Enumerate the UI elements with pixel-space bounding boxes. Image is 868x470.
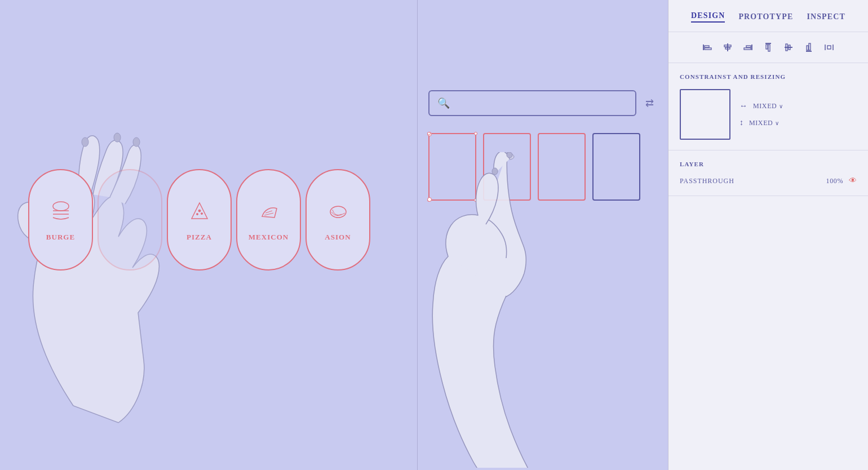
hand-right-illustration [428,152,668,468]
svg-rect-26 [768,45,770,51]
tab-prototype[interactable]: Prototype [738,12,793,21]
layer-row: Passthrough 100% 👁 [680,176,857,185]
handle-tl [427,132,431,135]
svg-rect-22 [746,46,751,47]
align-icons-row [680,42,857,52]
alignment-section [668,32,868,63]
search-bar: 🔍 ⇄ [428,90,654,116]
constraint-vertical-row: ↕ Mixed ∨ [739,118,857,127]
svg-point-2 [133,138,140,147]
svg-line-9 [265,211,272,213]
search-input-field[interactable]: 🔍 [428,90,636,116]
align-center-v-icon[interactable] [783,42,794,52]
constraints-content: ↔ Mixed ∨ ↕ Mixed ∨ [680,89,857,140]
horizontal-value: Mixed [753,102,777,110]
constraint-box [680,89,730,140]
svg-rect-35 [827,46,831,49]
food-card-asion[interactable]: Asion [305,169,370,271]
filter-icon[interactable]: ⇄ [645,97,654,109]
pizza-icon [185,198,214,226]
burger-icon [47,198,75,226]
svg-rect-23 [744,48,751,50]
svg-point-0 [82,138,88,147]
panel-tabs: Design Prototype Inspect [668,0,868,32]
food-card-pizza[interactable]: Pizza [167,169,232,271]
distribute-h-icon[interactable] [824,42,834,52]
svg-point-1 [114,133,121,142]
svg-rect-25 [766,45,768,49]
layer-title: Layer [680,161,857,167]
constraint-horizontal-row: ↔ Mixed ∨ [739,101,857,110]
vertical-arrow-icon: ↕ [739,118,743,127]
right-panel: Design Prototype Inspect [668,0,868,470]
svg-rect-16 [705,46,709,47]
horizontal-chevron: ∨ [779,103,783,109]
svg-rect-31 [807,46,808,50]
canvas-divider [417,0,418,470]
constraints-section: Constrainst and Resizing ↔ Mixed ∨ ↕ Mix… [668,63,868,150]
svg-line-10 [264,213,273,215]
svg-rect-32 [809,43,811,50]
svg-rect-17 [705,48,711,50]
mexicon-label: Mexicon [249,233,289,242]
vertical-chevron: ∨ [775,120,780,126]
align-left-icon[interactable] [702,42,712,52]
align-center-h-icon[interactable] [723,42,733,52]
align-bottom-icon[interactable] [804,42,814,52]
burger-label: Burge [46,233,75,242]
svg-point-8 [201,213,202,215]
align-right-icon[interactable] [743,42,753,52]
blend-mode-label[interactable]: Passthrough [680,177,734,185]
search-icon: 🔍 [437,97,450,109]
vertical-value: Mixed [749,119,773,127]
horizontal-arrow-icon: ↔ [739,101,747,110]
handle-tr [474,132,477,135]
food-card-mexicon[interactable]: Mexicon [236,169,301,271]
eye-icon[interactable]: 👁 [849,176,857,185]
constraints-title: Constrainst and Resizing [680,73,857,80]
bottom-section [668,196,868,470]
vertical-dropdown[interactable]: Mixed ∨ [749,119,780,127]
taco-icon [255,198,283,226]
pizza-label: Pizza [187,233,212,242]
constraint-controls: ↔ Mixed ∨ ↕ Mixed ∨ [739,101,857,127]
food-card-burger[interactable]: Burge [28,169,93,271]
food-card-hidden [98,169,162,271]
canvas-area: Burge Pizza [0,0,668,470]
svg-point-6 [198,210,201,212]
layer-value-group: 100% 👁 [826,176,857,185]
layer-section: Layer Passthrough 100% 👁 [668,150,868,196]
svg-point-14 [507,152,512,158]
opacity-value: 100% [826,177,843,185]
horizontal-dropdown[interactable]: Mixed ∨ [753,102,783,110]
tab-inspect[interactable]: Inspect [807,12,845,21]
tab-design[interactable]: Design [691,11,725,23]
asion-label: Asion [325,233,351,242]
svg-point-3 [53,202,69,211]
food-cards-container: Burge Pizza [28,169,370,271]
svg-point-13 [492,168,498,175]
svg-point-7 [196,214,198,215]
align-top-icon[interactable] [763,42,773,52]
wrap-icon [324,198,352,226]
